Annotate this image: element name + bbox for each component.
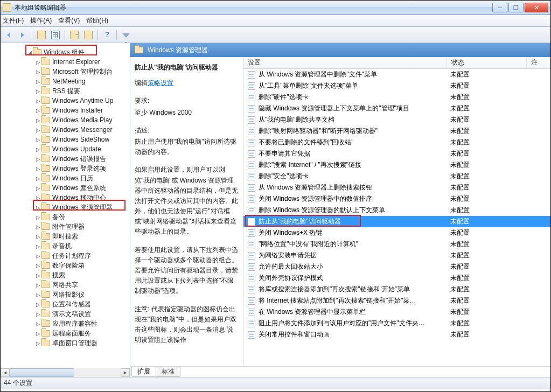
list-row[interactable]: 删除"映射网络驱动器"和"断开网络驱动器"未配置: [243, 125, 550, 137]
list-row[interactable]: 不要将已删除的文件移到"回收站"未配置: [243, 137, 550, 148]
tree-item[interactable]: ▷Windows 登录选项: [1, 164, 130, 173]
expander-icon[interactable]: ▷: [35, 79, 41, 85]
expander-icon[interactable]: ▷: [35, 263, 41, 269]
list-row[interactable]: 在 Windows 资源管理器中显示菜单栏未配置: [243, 306, 550, 318]
list-row[interactable]: 将 Internet 搜索站点附加到"再次搜索"链接和"开始"菜…未配置: [243, 295, 550, 306]
expander-icon[interactable]: ▷: [35, 214, 41, 220]
menu-file[interactable]: 文件(F): [3, 16, 24, 25]
tree-item[interactable]: ▷卓面窗口管理器: [1, 338, 130, 348]
list-row[interactable]: 为网络安装申请凭据未配置: [243, 250, 550, 261]
menu-view[interactable]: 查看(V): [58, 16, 80, 25]
tree-item[interactable]: ▷应用程序兼容性: [1, 319, 130, 328]
expander-icon[interactable]: ▷: [35, 253, 41, 259]
tree-item[interactable]: ▷Windows SideShow: [1, 135, 130, 144]
list-row[interactable]: 隐藏 Windows 资源管理器上下文菜单上的"管理"项目未配置: [243, 103, 550, 114]
expander-icon[interactable]: ▷: [35, 98, 41, 104]
minimize-button[interactable]: ─: [492, 3, 507, 12]
tree-item[interactable]: ▷网络投影仪: [1, 290, 130, 299]
tree-item[interactable]: ▷Internet Explorer: [1, 57, 130, 67]
list-row[interactable]: 允许的最大回收站大小未配置: [243, 261, 550, 272]
tree-item[interactable]: ▷任务计划程序: [1, 251, 130, 261]
tree[interactable]: ◢Windows 组件▷Internet Explorer▷Microsoft …: [1, 43, 130, 367]
expander-icon[interactable]: ▷: [35, 224, 41, 230]
tree-item[interactable]: ▷Windows 移动中心: [1, 193, 130, 202]
tree-item[interactable]: ▷备份: [1, 212, 130, 222]
tree-item[interactable]: ▷Windows Anytime Up: [1, 96, 130, 106]
tree-item[interactable]: ▷Windows Installer: [1, 106, 130, 115]
tree-item[interactable]: ▷Microsoft 管理控制台: [1, 67, 130, 76]
tree-item[interactable]: ▷数字保险箱: [1, 261, 130, 270]
list-row[interactable]: 关闭外壳协议保护模式未配置: [243, 272, 550, 284]
expander-icon[interactable]: ◢: [26, 50, 33, 55]
menu-action[interactable]: 操作(A): [30, 16, 52, 25]
list-row[interactable]: 不要申请其它凭据未配置: [243, 148, 550, 159]
tree-item[interactable]: ▷即时搜索: [1, 232, 130, 241]
expander-icon[interactable]: ▷: [35, 234, 41, 240]
tree-item[interactable]: ▷网络共享: [1, 280, 130, 290]
col-state[interactable]: 状态: [447, 57, 527, 68]
expander-icon[interactable]: ▷: [35, 117, 41, 123]
expander-icon[interactable]: ▷: [35, 137, 41, 143]
tree-item[interactable]: ◢Windows 组件: [1, 47, 130, 57]
help-button[interactable]: [101, 29, 113, 41]
list-row[interactable]: 从 Windows 资源管理器中删除"文件"菜单未配置: [243, 69, 550, 80]
scroll-right-button[interactable]: ►: [121, 368, 130, 377]
expander-icon[interactable]: ▷: [35, 195, 41, 201]
scroll-track[interactable]: [10, 368, 121, 377]
forward-button[interactable]: [17, 29, 29, 41]
expander-icon[interactable]: ▷: [35, 331, 41, 337]
tree-item[interactable]: ▷Windows 日历: [1, 173, 130, 183]
export-button[interactable]: [68, 29, 80, 41]
list-row[interactable]: 从 Windows 资源管理器上删除搜索按钮未配置: [243, 182, 550, 193]
list-row[interactable]: 从"我的电脑"删除共享文档未配置: [243, 114, 550, 125]
expander-icon[interactable]: ▷: [35, 243, 41, 249]
properties-button[interactable]: [82, 29, 94, 41]
list-row[interactable]: 关闭 Windows 资源管理器中的数值排序未配置: [243, 193, 550, 205]
scroll-thumb[interactable]: [10, 368, 74, 377]
filter-button[interactable]: [120, 29, 132, 41]
expander-icon[interactable]: ▷: [35, 59, 41, 65]
col-setting[interactable]: 设置: [243, 57, 447, 68]
tree-item[interactable]: ▷录音机: [1, 241, 130, 251]
list-row[interactable]: 关闭常用控件和窗口动画未配置: [243, 329, 550, 340]
menu-help[interactable]: 帮助(H): [86, 16, 108, 25]
list-row[interactable]: 关闭 Windows+X 热键未配置: [243, 227, 550, 239]
expander-icon[interactable]: ▷: [35, 146, 41, 152]
tree-item[interactable]: ▷位置和传感器: [1, 299, 130, 309]
expander-icon[interactable]: ▷: [35, 108, 41, 114]
back-button[interactable]: [3, 29, 15, 41]
show-hide-tree-button[interactable]: [50, 29, 61, 41]
maximize-button[interactable]: ❐: [508, 3, 524, 12]
expander-icon[interactable]: ▷: [35, 340, 41, 346]
list-row[interactable]: 阻止用户将文件添加到与该用户对应的"用户文件"文件夹…未配置: [243, 318, 550, 329]
col-comment[interactable]: 注: [527, 57, 550, 68]
tree-item[interactable]: ▷Windows Update: [1, 144, 130, 154]
expander-icon[interactable]: ▷: [35, 321, 41, 327]
expander-icon[interactable]: ▷: [35, 272, 41, 278]
expander-icon[interactable]: ▷: [35, 88, 41, 94]
list-row[interactable]: 从"工具"菜单删除"文件夹选项"菜单未配置: [243, 80, 550, 92]
expander-icon[interactable]: ▷: [35, 185, 41, 191]
tree-item[interactable]: ▷远程桌面服务: [1, 328, 130, 338]
expander-icon[interactable]: ▷: [35, 302, 41, 307]
tree-scrollbar-h[interactable]: ◄ ►: [1, 368, 130, 377]
tree-item[interactable]: ▷RSS 提要: [1, 86, 130, 96]
edit-policy-link[interactable]: 策略设置: [148, 79, 173, 87]
tree-item[interactable]: ▷Windows 错误报告: [1, 154, 130, 164]
tree-item[interactable]: ▷Windows 颜色系统: [1, 183, 130, 193]
expander-icon[interactable]: ▷: [35, 292, 41, 298]
expander-icon[interactable]: ▷: [35, 127, 41, 133]
tree-item[interactable]: ▷Windows Messenger: [1, 125, 130, 135]
expander-icon[interactable]: ▷: [35, 282, 41, 288]
tree-item[interactable]: ▷NetMeeting: [1, 76, 130, 86]
tree-item[interactable]: ▷附件管理器: [1, 222, 130, 232]
expander-icon[interactable]: ▷: [35, 176, 41, 181]
list-row[interactable]: 将库或搜索连接器添加到"再次搜索"链接和"开始"菜单未配置: [243, 284, 550, 295]
tree-item[interactable]: ▷Windows Media Play: [1, 115, 130, 125]
expander-icon[interactable]: ▷: [35, 156, 41, 162]
expander-icon[interactable]: ▷: [35, 205, 41, 211]
tree-item[interactable]: ▷搜索: [1, 270, 130, 280]
list-body[interactable]: 从 Windows 资源管理器中删除"文件"菜单未配置从"工具"菜单删除"文件夹…: [243, 69, 550, 340]
scroll-left-button[interactable]: ◄: [1, 368, 10, 377]
expander-icon[interactable]: ▷: [35, 69, 41, 75]
